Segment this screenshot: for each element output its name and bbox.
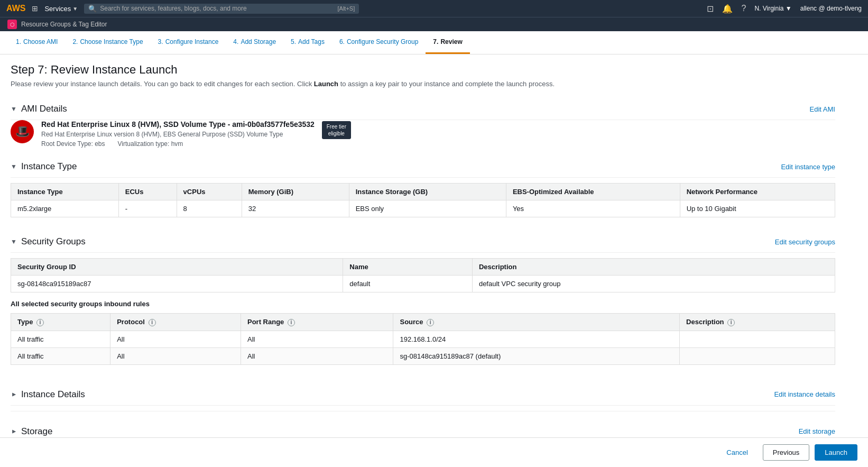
main-content: Step 7: Review Instance Launch Please re… [0, 54, 846, 467]
previous-button[interactable]: Previous [763, 444, 810, 461]
col-port-range: Port Range i [241, 314, 393, 331]
instance-type-chevron-icon: ▼ [11, 163, 17, 170]
ami-details-section: ▼ AMI Details Edit AMI 🎩 Red Hat Enterpr… [11, 98, 835, 152]
step-5-add-tags[interactable]: 5. Add Tags [283, 31, 332, 54]
ami-chevron-icon: ▼ [11, 105, 17, 113]
help-icon[interactable]: ? [741, 4, 746, 13]
step-6-num: 6. [339, 38, 345, 45]
table-cell: All [241, 347, 393, 364]
col-source: Source i [393, 314, 680, 331]
step-5-num: 5. [291, 38, 296, 45]
grid-menu-icon[interactable]: ⊞ [32, 4, 38, 13]
ami-details-header[interactable]: ▼ AMI Details Edit AMI [11, 98, 835, 120]
launch-button[interactable]: Launch [815, 444, 857, 461]
edit-security-groups-link[interactable]: Edit security groups [775, 238, 835, 246]
protocol-info-icon[interactable]: i [149, 319, 156, 326]
footer: Cancel Previous Launch [0, 437, 868, 467]
col-inbound-description: Description i [680, 314, 835, 331]
step-4-label: Add Storage [241, 38, 276, 45]
table-row: sg-08148ca915189ac87defaultdefault VPC s… [11, 276, 835, 292]
edit-storage-link[interactable]: Edit storage [799, 427, 835, 435]
storage-title: ▼ Storage [11, 426, 52, 437]
instance-details-section: ▼ Instance Details Edit instance details [11, 379, 835, 411]
table-cell: All [241, 331, 393, 347]
col-ecus: ECUs [118, 184, 177, 200]
inbound-rules-table: Type i Protocol i Port Range i Source i … [11, 313, 835, 365]
table-cell: 32 [242, 200, 349, 217]
aws-logo[interactable]: AWS [6, 4, 25, 13]
services-label: Services [44, 5, 71, 13]
screen-icon[interactable]: ⊡ [707, 4, 714, 14]
inbound-rules-label: All selected security groups inbound rul… [11, 300, 835, 308]
step-3-configure-instance[interactable]: 3. Configure Instance [151, 31, 226, 54]
edit-ami-link[interactable]: Edit AMI [810, 105, 835, 113]
desc-info-icon[interactable]: i [727, 319, 735, 326]
free-tier-line2: eligible [328, 131, 345, 136]
search-bar[interactable]: 🔍 [Alt+S] [84, 4, 359, 14]
resource-label: Resource Groups & Tag Editor [21, 21, 107, 28]
search-input[interactable] [100, 5, 334, 12]
resource-icon: ⬡ [7, 20, 17, 29]
col-instance-storage: Instance Storage (GB) [349, 184, 506, 200]
step-3-label: Configure Instance [165, 38, 219, 45]
instance-type-header[interactable]: ▼ Instance Type Edit instance type [11, 156, 835, 178]
ami-meta: Root Device Type: ebs Virtualization typ… [41, 140, 315, 148]
table-cell: All traffic [11, 347, 110, 364]
col-ebs-optimized: EBS-Optimized Available [506, 184, 680, 200]
search-icon: 🔍 [88, 5, 97, 13]
col-sg-description: Description [472, 259, 835, 276]
region-selector[interactable]: N. Virginia ▼ [754, 5, 791, 12]
search-shortcut: [Alt+S] [338, 5, 355, 12]
edit-instance-details-link[interactable]: Edit instance details [774, 390, 835, 398]
wizard-steps: 1. Choose AMI 2. Choose Instance Type 3.… [0, 31, 868, 54]
step-2-choose-instance-type[interactable]: 2. Choose Instance Type [65, 31, 150, 54]
table-cell: All [110, 347, 241, 364]
page-title: Step 7: Review Instance Launch [11, 63, 835, 77]
bell-icon[interactable]: 🔔 [722, 4, 733, 14]
table-cell: sg-08148ca915189ac87 (default) [393, 347, 680, 364]
step-7-review[interactable]: 7. Review [426, 31, 469, 54]
col-sg-id: Security Group ID [11, 259, 343, 276]
ami-details-title-text: AMI Details [21, 104, 67, 114]
nav-right: ⊡ 🔔 ? N. Virginia ▼ allenc @ demo-tlveng [707, 4, 862, 14]
col-protocol: Protocol i [110, 314, 241, 331]
storage-chevron-icon: ▼ [10, 428, 17, 435]
step-5-label: Add Tags [298, 38, 325, 45]
step-6-configure-security-group[interactable]: 6. Configure Security Group [332, 31, 426, 54]
table-cell: - [118, 200, 177, 217]
ami-details-body: 🎩 Red Hat Enterprise Linux 8 (HVM), SSD … [11, 120, 835, 152]
security-groups-chevron-icon: ▼ [11, 238, 17, 245]
table-cell [680, 331, 835, 347]
free-tier-line1: Free tier [327, 124, 346, 130]
table-cell: m5.2xlarge [11, 200, 119, 217]
step-1-choose-ami[interactable]: 1. Choose AMI [8, 31, 65, 54]
ami-name: Red Hat Enterprise Linux 8 (HVM), SSD Vo… [41, 120, 315, 129]
instance-details-title: ▼ Instance Details [11, 389, 85, 400]
instance-type-section: ▼ Instance Type Edit instance type Insta… [11, 156, 835, 227]
security-groups-title-text: Security Groups [21, 236, 86, 247]
page-description: Please review your instance launch detai… [11, 80, 835, 88]
step-3-num: 3. [158, 38, 163, 45]
resource-bar: ⬡ Resource Groups & Tag Editor [0, 17, 868, 31]
type-info-icon[interactable]: i [36, 319, 44, 326]
col-vcpus: vCPUs [177, 184, 242, 200]
desc-launch-word: Launch [314, 80, 338, 88]
ami-virtualization: Virtualization type: hvm [118, 140, 183, 148]
security-groups-header[interactable]: ▼ Security Groups Edit security groups [11, 231, 835, 253]
table-cell: 8 [177, 200, 242, 217]
aws-logo-text: AWS [6, 4, 25, 13]
cancel-button[interactable]: Cancel [717, 445, 757, 460]
instance-details-title-text: Instance Details [21, 389, 85, 400]
step-1-num: 1. [16, 38, 21, 45]
step-7-label: Review [440, 38, 462, 45]
col-instance-type: Instance Type [11, 184, 119, 200]
source-info-icon[interactable]: i [427, 319, 434, 326]
instance-details-header[interactable]: ▼ Instance Details Edit instance details [11, 384, 835, 406]
step-7-num: 7. [433, 38, 438, 45]
user-menu[interactable]: allenc @ demo-tlveng [800, 5, 862, 12]
step-4-add-storage[interactable]: 4. Add Storage [226, 31, 283, 54]
edit-instance-type-link[interactable]: Edit instance type [781, 163, 835, 171]
port-info-icon[interactable]: i [288, 319, 295, 326]
services-button[interactable]: Services ▼ [44, 5, 78, 13]
table-cell: sg-08148ca915189ac87 [11, 276, 343, 292]
